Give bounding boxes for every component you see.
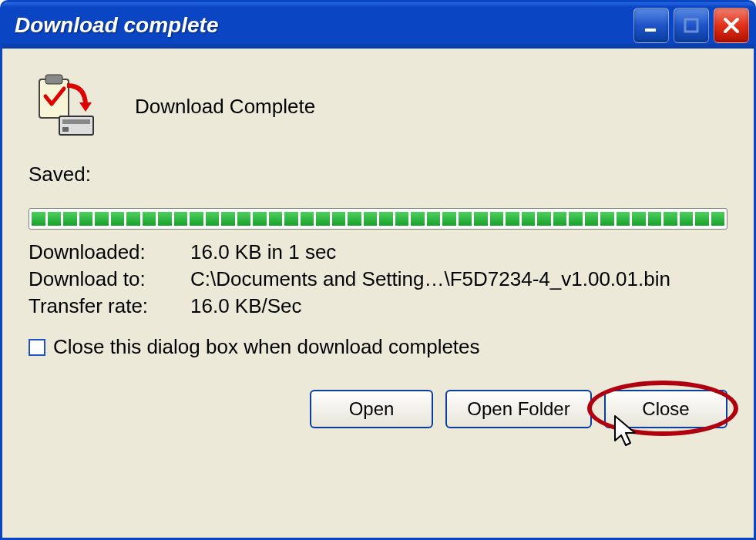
client-area: Download Complete Saved: Downloaded: 16.… [2,49,754,538]
info-grid: Downloaded: 16.0 KB in 1 sec Download to… [29,240,727,318]
progress-segment [348,212,361,226]
progress-segment [617,212,630,226]
header-message: Download Complete [135,95,315,119]
progress-segment [442,212,456,226]
svg-rect-3 [45,75,62,84]
svg-rect-0 [645,29,656,32]
minimize-button[interactable] [633,8,669,43]
header-row: Download Complete [29,72,727,141]
progress-segment [427,212,441,226]
progress-segment [126,212,140,226]
svg-rect-1 [685,19,697,32]
progress-segment [364,212,378,226]
open-button[interactable]: Open [310,390,433,428]
transfer-rate-label: Transfer rate: [29,294,190,318]
close-checkbox-row[interactable]: Close this dialog box when download comp… [29,335,727,359]
progress-segment [490,212,504,226]
progress-segment [648,212,662,226]
close-button[interactable]: Close [604,390,727,428]
progress-segment [553,212,567,226]
close-checkbox-label: Close this dialog box when download comp… [53,335,480,359]
progress-segment [237,212,251,226]
progress-segment [32,212,45,226]
progress-segment [95,212,109,226]
close-checkbox[interactable] [29,339,45,356]
progress-segment [522,212,536,226]
progress-segment [680,212,694,226]
progress-segment [206,212,220,226]
progress-segment [474,212,488,226]
progress-segment [284,212,298,226]
close-window-button[interactable] [714,8,749,43]
progress-segment [537,212,551,226]
progress-bar [29,208,727,230]
progress-segment [143,212,156,226]
svg-rect-6 [62,127,69,132]
download-to-label: Download to: [29,267,190,291]
window-title: Download complete [15,13,629,38]
download-to-value: C:\Documents and Setting…\F5D7234-4_v1.0… [190,267,727,291]
progress-segment [711,212,725,226]
progress-segment [379,212,393,226]
downloaded-label: Downloaded: [29,240,190,264]
progress-segment [79,212,93,226]
progress-segment [664,212,677,226]
progress-segment [395,212,409,226]
progress-segment [632,212,646,226]
maximize-button[interactable] [674,8,709,43]
transfer-rate-value: 16.0 KB/Sec [190,294,727,318]
progress-segment [221,212,235,226]
progress-segment [585,212,599,226]
progress-segment [569,212,583,226]
progress-segment [459,212,472,226]
progress-segment [600,212,614,226]
progress-segment [190,212,203,226]
progress-segment [695,212,709,226]
download-dialog: Download complete [0,0,756,540]
saved-label: Saved: [29,163,727,186]
progress-segment [48,212,62,226]
open-folder-button[interactable]: Open Folder [445,390,592,428]
progress-segment [506,212,519,226]
svg-rect-5 [62,119,90,124]
download-complete-icon [29,72,98,141]
progress-segment [158,212,172,226]
progress-segment [63,212,77,226]
svg-rect-4 [59,116,93,135]
progress-segment [301,212,314,226]
progress-segment [411,212,425,226]
downloaded-value: 16.0 KB in 1 sec [190,240,727,264]
titlebar[interactable]: Download complete [2,2,754,49]
progress-segment [269,212,283,226]
progress-segment [253,212,267,226]
progress-segment [174,212,188,226]
progress-segment [316,212,330,226]
progress-segment [111,212,125,226]
button-bar: Open Open Folder Close [29,390,727,428]
progress-segment [332,212,346,226]
